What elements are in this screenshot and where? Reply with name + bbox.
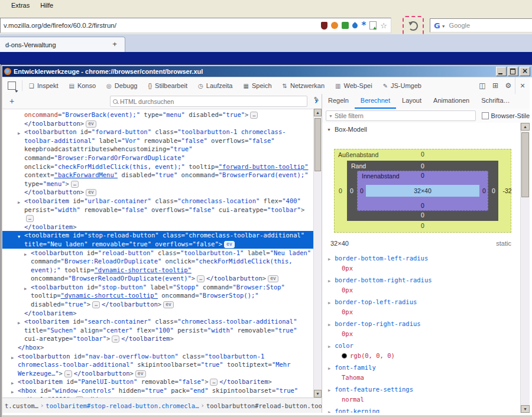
tab-addons-manager[interactable]: d-ons-Verwaltung	[0, 37, 125, 53]
close-button[interactable]	[520, 67, 530, 76]
sidebar-tab-schrifta[interactable]: Schrifta…	[475, 94, 515, 109]
markup-node-line[interactable]: </hbox>	[2, 343, 314, 352]
grid-view-icon[interactable]: ⊞	[489, 82, 502, 90]
monkey-face-icon[interactable]	[331, 22, 338, 29]
html-search-box[interactable]	[110, 96, 307, 107]
close-devtools-icon[interactable]: ×	[515, 77, 530, 94]
markup-node-line[interactable]: </toolbaritem>	[2, 309, 314, 318]
expand-arrow-icon[interactable]: ▶	[328, 344, 330, 349]
markup-node-line[interactable]: ▶<hbox id="window-controls" hidden="true…	[2, 386, 314, 398]
toolbox-tab-js-umgeb[interactable]: ✎JS-Umgeb	[378, 77, 427, 95]
sidebar-tab-animationen[interactable]: Animationen	[427, 94, 475, 109]
color-swatch-icon[interactable]	[342, 353, 347, 359]
engine-dropdown-caret-icon[interactable]: ▼	[442, 24, 446, 28]
computed-property-row[interactable]: ▶border-bottom-left-radius0px	[322, 253, 521, 275]
toolbox-tab-web-spei[interactable]: ▥Web-Spei	[330, 77, 378, 95]
event-listener-badge[interactable]: ev	[135, 370, 146, 377]
computed-property-row[interactable]: ▶border-top-right-radius0px	[322, 318, 521, 340]
new-tab-button[interactable]: +	[108, 38, 122, 50]
expand-arrow-icon[interactable]: ▶	[11, 388, 14, 397]
markup-node-line[interactable]: ▶<toolbarbutton id="reload-button" class…	[2, 249, 314, 283]
markup-node-line[interactable]: ▶<toolbaritem id="urlbar-container" clas…	[2, 197, 314, 223]
collapsed-children-badge[interactable]: …	[26, 215, 34, 222]
idref-link[interactable]: "forward-button-tooltip"	[219, 163, 309, 170]
html-search-input[interactable]	[118, 97, 307, 106]
search-bar[interactable]: G ▼ Google	[430, 18, 532, 32]
toolbox-tab-konso[interactable]: ▤Konso	[63, 77, 101, 95]
split-view-icon[interactable]: ◫	[476, 82, 489, 90]
computed-property-row[interactable]: ▶colorrgb(0, 0, 0)	[322, 340, 521, 362]
scrollbar-thumb[interactable]	[521, 132, 529, 197]
sidebar-scrollbar[interactable]: ▲ ▼	[520, 123, 530, 413]
expand-arrow-icon[interactable]: ▶	[328, 388, 330, 393]
margin-right-value[interactable]: -32	[502, 187, 511, 194]
node-picker-icon[interactable]	[8, 82, 16, 90]
sidebar-tab-berechnet[interactable]: Berechnet	[355, 94, 396, 109]
event-listener-badge[interactable]: ev	[268, 275, 278, 282]
url-input[interactable]	[1, 21, 317, 30]
expand-arrow-icon[interactable]: ▶	[18, 129, 20, 138]
expand-arrow-icon[interactable]: ▶	[328, 322, 330, 327]
scroll-up-icon[interactable]: ▲	[521, 123, 530, 131]
settings-gear-icon[interactable]: ⚙	[502, 82, 515, 90]
snowflake-icon[interactable]: *	[361, 22, 366, 29]
bookmark-star-icon[interactable]: ☆	[380, 22, 387, 30]
border-right-value[interactable]: 0	[492, 187, 495, 194]
collapsed-children-badge[interactable]: …	[197, 275, 205, 282]
expand-arrow-icon[interactable]: ▶	[24, 285, 27, 294]
collapsed-children-badge[interactable]: …	[64, 370, 72, 377]
markup-node-line[interactable]: oncommand="BrowserBack(event);" type="me…	[2, 110, 314, 119]
sidebar-tab-regeln[interactable]: Regeln	[322, 94, 355, 109]
menu-item-hilfe[interactable]: Hilfe	[35, 0, 59, 11]
expand-arrow-icon[interactable]: ▶	[24, 250, 27, 259]
collapsed-children-badge[interactable]: …	[210, 379, 218, 386]
collapsed-children-badge[interactable]: …	[92, 301, 100, 308]
google-engine-icon[interactable]: G	[434, 22, 440, 30]
expand-arrow-icon[interactable]: ▶	[18, 319, 20, 328]
idref-link[interactable]: "dynamic-shortcut-tooltip"	[61, 292, 158, 299]
maximize-button[interactable]	[508, 67, 518, 76]
padding-right-value[interactable]: 0	[482, 187, 486, 194]
border-bottom-value[interactable]: 0	[421, 211, 424, 219]
computed-property-row[interactable]: ▶border-bottom-right-radius0px	[322, 275, 521, 297]
padding-left-value[interactable]: 0	[360, 187, 364, 194]
idref-link[interactable]: "dynamic-shortcut-tooltip"	[94, 266, 191, 273]
margin-left-value[interactable]: 0	[339, 187, 342, 194]
collapsed-children-badge[interactable]: …	[250, 112, 258, 119]
computed-property-row[interactable]: ▶font-kerningauto	[322, 406, 521, 413]
breadcrumb-item[interactable]: t.custom…	[5, 399, 38, 413]
green-extension-icon[interactable]	[342, 22, 349, 29]
collapse-arrow-icon[interactable]: ▼	[327, 128, 331, 132]
event-listener-badge[interactable]: ev	[86, 189, 96, 196]
expand-arrow-icon[interactable]: ▶	[328, 257, 330, 262]
scroll-down-icon[interactable]: ▼	[521, 405, 530, 413]
expand-arrow-icon[interactable]: ▶	[11, 354, 14, 363]
minimize-button[interactable]	[496, 67, 507, 76]
markup-node-line[interactable]: ▶<toolbarbutton id="nav-bar-overflow-but…	[2, 352, 314, 378]
breadcrumb-item[interactable]: toolbaritem#stop-reload-button.chromecla…	[46, 399, 199, 413]
padding-bottom-value[interactable]: 0	[421, 202, 424, 209]
collapse-arrow-icon[interactable]: ▼	[18, 233, 20, 242]
browser-styles-checkbox[interactable]	[482, 112, 489, 119]
sidebar-tab-layout[interactable]: Layout	[396, 94, 427, 109]
reload-icon[interactable]	[408, 21, 418, 31]
computed-property-row[interactable]: ▶font-feature-settingsnormal	[322, 384, 521, 406]
event-listener-badge[interactable]: ev	[86, 120, 96, 128]
markup-node-line[interactable]: ▶<toolbarbutton id="forward-button" clas…	[2, 128, 314, 188]
toolbox-tab-netzwerkan[interactable]: ⇅Netzwerkan	[277, 77, 330, 95]
toolbox-tab-debug-[interactable]: ◎Debugɡ	[101, 77, 142, 95]
menu-item-extras[interactable]: Extras	[6, 0, 35, 11]
margin-top-value[interactable]: 0	[421, 151, 424, 158]
style-filter-input[interactable]	[333, 112, 475, 120]
breadcrumb-item[interactable]: toolbarbutton#reload-button.toolbarbu…	[206, 399, 322, 413]
ublock-shield-icon[interactable]	[321, 22, 327, 30]
add-node-button[interactable]: +	[6, 95, 18, 107]
style-filter-box[interactable]: ▼	[326, 110, 476, 121]
event-listener-badge[interactable]: ev	[163, 301, 174, 308]
markup-node-line[interactable]: </toolbarbutton>ev	[2, 119, 314, 128]
expand-arrow-icon[interactable]: ▶	[328, 279, 330, 284]
toolbox-tab-speich[interactable]: ▦Speich	[238, 77, 277, 95]
padding-top-value[interactable]: 0	[421, 172, 424, 179]
toolbox-tab-laufzeita[interactable]: ◷Laufzeita	[193, 77, 238, 95]
devtools-titlebar[interactable]: Entwicklerwerkzeuge - chrome://browser/c…	[2, 66, 532, 77]
